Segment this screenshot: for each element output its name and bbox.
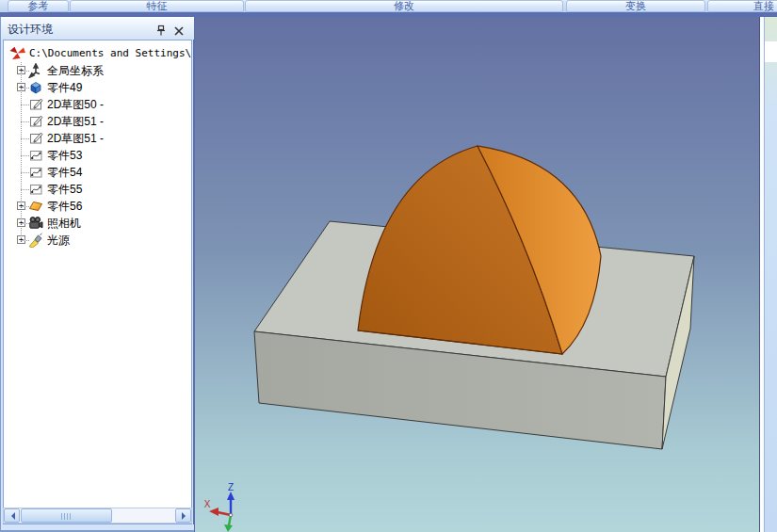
tree-item-label: 2D草图51 - bbox=[47, 130, 104, 147]
tree-item-part53[interactable]: 零件53 bbox=[4, 147, 191, 164]
triad-origin bbox=[229, 513, 233, 517]
tree-item-part49[interactable]: 零件49 bbox=[4, 79, 191, 96]
tree-item-sketch51b[interactable]: 2D草图51 - bbox=[4, 130, 191, 147]
scrollbar-grip bbox=[61, 513, 73, 520]
tab-modify[interactable]: 修改 bbox=[245, 0, 563, 12]
curve-icon bbox=[28, 148, 43, 163]
sheet-icon bbox=[28, 199, 43, 214]
tab-reference[interactable]: 参考 bbox=[8, 0, 69, 12]
tree-item-camera[interactable]: 照相机 bbox=[4, 215, 191, 232]
3d-scene: Z X bbox=[195, 17, 759, 532]
tree-item-sketch51a[interactable]: 2D草图51 - bbox=[4, 113, 191, 130]
ribbon-toolbar: 参考 特征 修改 变换 直接 bbox=[0, 0, 777, 12]
panel-title-text: 设计环境 bbox=[8, 23, 53, 36]
design-environment-panel: 设计环境 C:\Documents and Settings\Ad bbox=[0, 17, 193, 532]
tree-item-label: 零件54 bbox=[47, 164, 82, 181]
tree-item-label: 零件53 bbox=[47, 147, 82, 164]
panel-title: 设计环境 bbox=[1, 17, 194, 40]
tree-item-global-csys[interactable]: 全局坐标系 bbox=[4, 62, 191, 79]
sketch-icon bbox=[28, 131, 43, 146]
tree-item-sketch50[interactable]: 2D草图50 - bbox=[4, 96, 191, 113]
tree-item-root[interactable]: C:\Documents and Settings\Ad bbox=[4, 45, 191, 62]
tree-item-part54[interactable]: 零件54 bbox=[4, 164, 191, 181]
axes-icon bbox=[28, 63, 43, 78]
scrollbar-thumb[interactable] bbox=[21, 508, 112, 523]
tree-item-label: 光源 bbox=[47, 232, 70, 249]
curve-icon bbox=[28, 165, 43, 180]
right-dock-tab[interactable] bbox=[765, 41, 777, 62]
sketch-icon bbox=[28, 97, 43, 112]
sketch-icon bbox=[28, 114, 43, 129]
tree-item-label: 照相机 bbox=[47, 215, 81, 232]
tree-item-label: 2D草图50 - bbox=[47, 96, 104, 113]
part-box-icon bbox=[28, 80, 43, 95]
light-icon bbox=[28, 233, 43, 248]
tab-transform[interactable]: 变换 bbox=[566, 0, 705, 12]
right-dock-strip bbox=[764, 17, 777, 532]
curve-icon bbox=[28, 182, 43, 197]
tree-item-label: 2D草图51 - bbox=[47, 113, 104, 130]
scroll-left-button[interactable] bbox=[4, 508, 20, 523]
tree-item-light[interactable]: 光源 bbox=[4, 232, 191, 249]
camera-icon bbox=[28, 216, 43, 231]
app-logo-icon bbox=[8, 46, 26, 60]
tree-horizontal-scrollbar[interactable] bbox=[3, 508, 192, 524]
pin-icon[interactable] bbox=[154, 23, 168, 36]
scroll-right-button[interactable] bbox=[175, 508, 191, 523]
tab-feature[interactable]: 特征 bbox=[70, 0, 244, 12]
model-tree[interactable]: C:\Documents and Settings\Ad 全局坐标系 bbox=[3, 40, 192, 524]
panel-footer bbox=[1, 524, 194, 532]
tree-item-part55[interactable]: 零件55 bbox=[4, 181, 191, 198]
tree-item-label: 零件49 bbox=[47, 79, 82, 96]
z-axis-label: Z bbox=[228, 482, 234, 492]
tab-direct[interactable]: 直接 bbox=[707, 0, 777, 12]
close-icon[interactable] bbox=[172, 23, 186, 36]
tree-item-label: C:\Documents and Settings\Ad bbox=[29, 45, 192, 62]
x-axis-label: X bbox=[204, 499, 211, 509]
tree-item-part56[interactable]: 零件56 bbox=[4, 198, 191, 215]
tree-item-label: 零件56 bbox=[47, 198, 82, 215]
tree-item-label: 零件55 bbox=[47, 181, 82, 198]
tree-item-label: 全局坐标系 bbox=[47, 62, 104, 79]
3d-viewport[interactable]: Z X bbox=[195, 17, 759, 532]
